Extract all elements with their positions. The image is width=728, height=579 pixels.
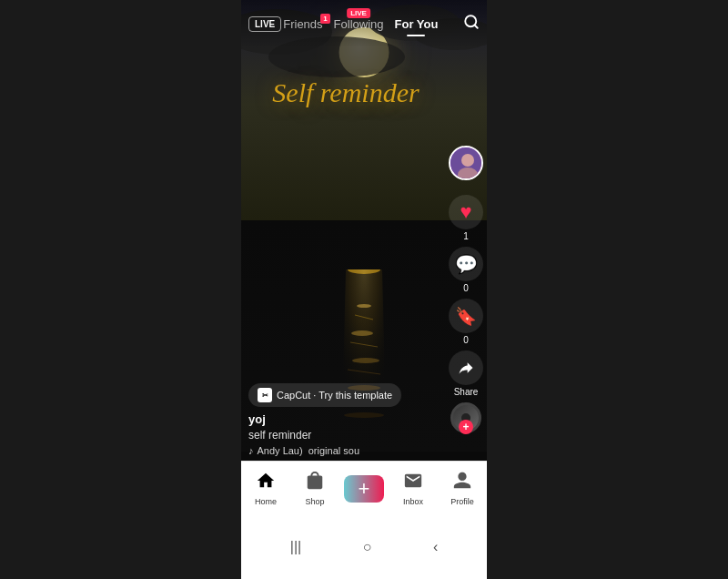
system-bar: ||| ○ ‹ <box>241 515 487 579</box>
search-icon[interactable] <box>463 14 480 35</box>
inbox-label: Inbox <box>403 497 423 506</box>
capcut-banner[interactable]: ✂ CapCut · Try this template <box>248 383 401 407</box>
bottom-info: ✂ CapCut · Try this template yoj self re… <box>248 383 441 456</box>
top-nav: LIVE Friends 1 Following LIVE For You <box>241 0 487 47</box>
nav-friends[interactable]: Friends 1 <box>281 14 324 35</box>
svg-point-2 <box>357 304 371 308</box>
creator-avatar <box>449 146 483 180</box>
left-panel <box>0 0 241 579</box>
bookmark-button[interactable]: 🔖 0 <box>449 299 483 345</box>
creator-avatar-button[interactable]: + <box>449 146 483 180</box>
tab-create[interactable]: + <box>339 475 389 503</box>
nav-foryou[interactable]: For You <box>393 14 440 35</box>
like-button[interactable]: ♥ 1 <box>449 195 483 241</box>
music-note-icon: ♪ <box>248 445 254 456</box>
nav-items: Friends 1 Following LIVE For You <box>281 14 463 35</box>
svg-point-13 <box>461 154 474 167</box>
comment-icon-circle: 💬 <box>449 247 483 281</box>
live-button[interactable]: LIVE <box>248 16 281 32</box>
bookmark-icon: 🔖 <box>455 306 477 327</box>
comment-icon: 💬 <box>455 253 478 275</box>
svg-point-3 <box>351 330 373 336</box>
video-title: Self reminder <box>241 77 450 108</box>
shop-label: Shop <box>305 497 324 506</box>
video-description: self reminder <box>248 429 441 442</box>
share-icon <box>457 359 475 377</box>
right-actions: + ♥ 1 💬 0 🔖 0 <box>449 146 483 433</box>
heart-icon: ♥ <box>460 200 471 224</box>
capcut-icon: ✂ <box>258 388 272 402</box>
profile-icon <box>452 471 472 495</box>
like-icon-circle: ♥ <box>449 195 483 229</box>
nav-following[interactable]: Following LIVE <box>332 14 386 35</box>
right-panel <box>487 0 728 579</box>
share-button[interactable]: Share <box>449 350 483 397</box>
tab-shop[interactable]: Shop <box>290 471 339 506</box>
music-text: Andy Lau) original sou <box>258 445 360 456</box>
bookmark-icon-circle: 🔖 <box>449 299 483 333</box>
profile-label: Profile <box>450 497 474 506</box>
comment-button[interactable]: 💬 0 <box>449 247 483 293</box>
phone-frame: Self reminder LIVE Friends 1 Following L… <box>241 0 487 579</box>
sys-menu-icon: ||| <box>290 539 301 555</box>
svg-point-4 <box>352 358 379 363</box>
music-info[interactable]: ♪ Andy Lau) original sou <box>248 445 441 456</box>
sys-home-icon: ○ <box>363 539 372 555</box>
inbox-icon <box>403 471 423 495</box>
tab-inbox[interactable]: Inbox <box>389 471 438 506</box>
following-live-tag: LIVE <box>347 8 370 18</box>
like-count: 1 <box>463 231 469 241</box>
follow-plus-badge: + <box>459 420 473 434</box>
nav-tabs: Home Shop + <box>241 461 487 515</box>
bottom-nav: Home Shop + <box>241 461 487 579</box>
shop-icon <box>305 471 325 495</box>
home-icon <box>256 471 276 495</box>
sys-back-icon: ‹ <box>433 539 438 555</box>
comment-count: 0 <box>463 283 469 293</box>
friends-badge: 1 <box>320 14 329 24</box>
home-label: Home <box>255 497 277 506</box>
create-button[interactable]: + <box>344 475 384 503</box>
share-label: Share <box>454 387 479 397</box>
creator-username[interactable]: yoj <box>248 412 441 426</box>
tab-profile[interactable]: Profile <box>438 471 487 506</box>
capcut-text: CapCut · Try this template <box>277 390 392 401</box>
tab-home[interactable]: Home <box>241 471 290 506</box>
share-icon-circle <box>449 350 483 385</box>
bookmark-count: 0 <box>463 335 469 345</box>
svg-line-11 <box>474 25 477 27</box>
